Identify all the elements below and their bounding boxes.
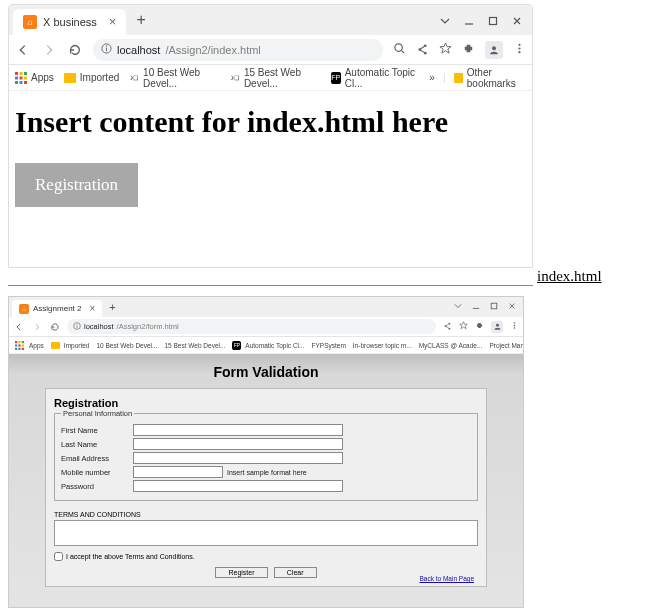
page-content: Form Validation Registration Personal In… <box>9 354 523 607</box>
close-tab-icon[interactable]: × <box>89 303 95 314</box>
browser-tab[interactable]: ⌂ Assignment 2 × <box>12 300 102 317</box>
info-icon <box>73 322 81 332</box>
close-icon[interactable] <box>508 302 516 312</box>
last-name-label: Last Name <box>61 440 133 449</box>
extensions-icon[interactable] <box>475 321 484 332</box>
password-label: Password <box>61 482 133 491</box>
bookmark-item[interactable]: FPAutomatic Topic Cl... <box>331 67 419 89</box>
register-button[interactable]: Register <box>215 567 267 578</box>
star-icon[interactable] <box>439 41 452 59</box>
window-controls <box>454 302 520 312</box>
svg-rect-18 <box>20 76 23 79</box>
forward-icon[interactable] <box>41 42 57 58</box>
minimize-icon[interactable] <box>464 15 474 25</box>
bookmark-item[interactable]: FPAutomatic Topic Cl... <box>232 341 304 350</box>
mobile-input[interactable] <box>133 466 223 478</box>
bookmarks-bar: Apps Imported 10 Best Web Devel... 15 Be… <box>9 337 523 354</box>
svg-rect-1 <box>490 18 497 25</box>
svg-rect-36 <box>18 341 20 343</box>
svg-rect-14 <box>15 72 18 75</box>
bookmarks-bar: Apps Imported ›❑10 Best Web Devel... ›❑1… <box>9 65 532 91</box>
bookmark-item[interactable]: Project Manageme... <box>489 342 523 349</box>
bookmark-label: Project Manageme... <box>489 342 523 349</box>
page-content: Insert content for index.html here Regis… <box>9 91 532 267</box>
bookmark-label: FYPSystem <box>312 342 346 349</box>
url-input[interactable]: localhost/Assign2/index.html <box>93 39 383 61</box>
terms-textarea[interactable] <box>54 520 478 546</box>
minimize-icon[interactable] <box>472 302 480 312</box>
bookmark-item[interactable]: MyCLASS @ Acade... <box>419 342 483 349</box>
share-icon[interactable] <box>416 41 429 59</box>
bookmarks-overflow-icon[interactable]: » <box>429 72 435 83</box>
svg-line-6 <box>401 50 404 53</box>
reload-icon[interactable] <box>49 321 60 332</box>
menu-icon[interactable] <box>510 321 519 332</box>
share-icon[interactable] <box>443 321 452 332</box>
tab-favicon-icon: ⌂ <box>23 15 37 29</box>
apps-button[interactable]: Apps <box>13 339 44 351</box>
form-card: Registration Personal Information First … <box>45 388 487 587</box>
email-input[interactable] <box>133 452 343 464</box>
profile-avatar-icon[interactable] <box>485 41 503 59</box>
reload-icon[interactable] <box>67 42 83 58</box>
apps-button[interactable]: Apps <box>15 72 54 84</box>
url-path: /Assign2/index.html <box>165 44 260 56</box>
svg-rect-40 <box>21 344 23 346</box>
close-tab-icon[interactable]: × <box>109 14 117 29</box>
svg-rect-19 <box>24 76 27 79</box>
back-icon[interactable] <box>15 42 31 58</box>
bookmark-item[interactable]: ›❑15 Best Web Devel... <box>230 67 321 89</box>
profile-avatar-icon[interactable] <box>491 321 503 333</box>
last-name-input[interactable] <box>133 438 343 450</box>
page-heading: Insert content for index.html here <box>15 105 526 139</box>
maximize-icon[interactable] <box>490 302 498 312</box>
svg-point-33 <box>514 325 516 327</box>
clear-button[interactable]: Clear <box>274 567 317 578</box>
svg-point-4 <box>106 45 107 46</box>
bookmark-item[interactable]: ›❑10 Best Web Devel... <box>129 67 220 89</box>
apps-label: Apps <box>31 72 54 83</box>
page-icon: ›❑ <box>230 72 240 84</box>
bookmark-item[interactable]: In-browser topic m... <box>353 342 412 349</box>
svg-point-7 <box>418 48 421 51</box>
svg-rect-41 <box>15 347 17 349</box>
star-icon[interactable] <box>459 321 468 332</box>
browser-tab[interactable]: ⌂ X business × <box>13 9 126 35</box>
svg-rect-16 <box>24 72 27 75</box>
toolbar-right <box>443 321 519 333</box>
bookmark-label: In-browser topic m... <box>353 342 412 349</box>
zoom-icon[interactable] <box>393 41 406 59</box>
chevron-down-icon[interactable] <box>454 302 462 312</box>
back-icon[interactable] <box>13 321 24 332</box>
back-link[interactable]: Back to Main Page <box>419 575 474 582</box>
apps-grid-icon <box>15 72 27 84</box>
apps-grid-icon <box>13 339 25 351</box>
password-input[interactable] <box>133 480 343 492</box>
svg-point-11 <box>518 43 520 45</box>
extensions-icon[interactable] <box>462 41 475 59</box>
maximize-icon[interactable] <box>488 15 498 25</box>
first-name-input[interactable] <box>133 424 343 436</box>
close-icon[interactable] <box>512 15 522 25</box>
forward-icon[interactable] <box>31 321 42 332</box>
other-bookmarks[interactable]: Other bookmarks <box>454 67 527 89</box>
bookmark-label: Other bookmarks <box>467 67 526 89</box>
bookmark-imported[interactable]: Imported <box>51 342 90 349</box>
new-tab-button[interactable]: + <box>109 301 115 313</box>
new-tab-button[interactable]: + <box>136 11 145 29</box>
bookmark-item[interactable]: 15 Best Web Devel... <box>164 342 225 349</box>
caption-index: index.html <box>537 268 602 285</box>
svg-rect-43 <box>21 347 23 349</box>
registration-button[interactable]: Registration <box>15 163 138 207</box>
chevron-down-icon[interactable] <box>440 15 450 25</box>
fp-icon: FP <box>331 72 341 84</box>
bookmark-item[interactable]: 10 Best Web Devel... <box>96 342 157 349</box>
menu-icon[interactable] <box>513 41 526 59</box>
accept-checkbox[interactable] <box>54 552 63 561</box>
svg-rect-38 <box>15 344 17 346</box>
bookmark-imported[interactable]: Imported <box>64 72 119 83</box>
url-input[interactable]: localhost/Assign2/form.html <box>67 319 436 334</box>
folder-icon <box>51 342 60 349</box>
svg-rect-42 <box>18 347 20 349</box>
bookmark-item[interactable]: FYPSystem <box>312 342 346 349</box>
